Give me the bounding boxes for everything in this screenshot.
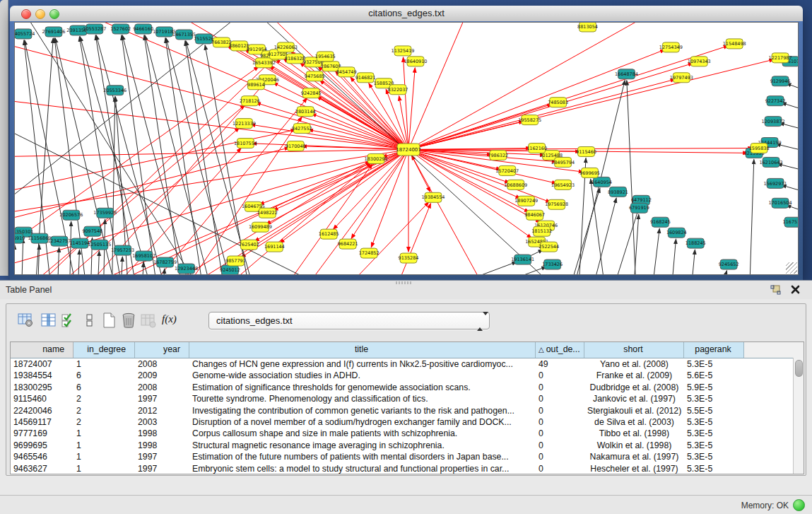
column-header-short[interactable]: short bbox=[584, 342, 684, 358]
graph-node[interactable]: 1145194 bbox=[69, 238, 90, 248]
graph-node[interactable]: 989614 bbox=[247, 80, 265, 90]
graph-node[interactable]: 12213339 bbox=[233, 119, 256, 129]
close-panel-icon[interactable] bbox=[790, 284, 801, 295]
graph-node[interactable]: 9846067 bbox=[524, 210, 545, 220]
graph-node[interactable]: 9146821 bbox=[355, 73, 376, 83]
graph-node[interactable]: 9245012 bbox=[220, 265, 240, 274]
panel-resize-handle[interactable] bbox=[396, 281, 411, 284]
graph-node[interactable]: 1595838 bbox=[749, 144, 770, 153]
table-row[interactable]: 946362711997Embryonic stem cells: a mode… bbox=[11, 463, 804, 474]
scrollbar-thumb[interactable] bbox=[795, 360, 803, 377]
graph-node[interactable]: 8322037 bbox=[388, 85, 408, 95]
graph-node[interactable]: 8454749 bbox=[336, 67, 357, 77]
table-vertical-scrollbar[interactable] bbox=[793, 358, 804, 474]
graph-node[interactable]: 9684221 bbox=[338, 239, 358, 249]
graph-node[interactable]: 27691406 bbox=[42, 27, 65, 37]
graph-node[interactable]: 1609824 bbox=[666, 228, 687, 238]
network-canvas[interactable]: 1405572427691406239135681055328715276029… bbox=[14, 22, 799, 275]
graph-node[interactable]: 16648784 bbox=[615, 69, 638, 79]
table-select-dropdown[interactable]: citations_edges.txt bbox=[208, 312, 490, 329]
delete-table-button[interactable] bbox=[119, 311, 138, 329]
graph-node[interactable]: 2718126 bbox=[240, 96, 260, 106]
create-table-button[interactable] bbox=[100, 311, 118, 329]
table-row[interactable]: 2242004622012Investigating the contribut… bbox=[11, 405, 804, 416]
graph-node[interactable]: 2803144 bbox=[295, 107, 316, 117]
graph-node[interactable]: 9129946 bbox=[770, 76, 791, 86]
graph-node[interactable]: 19797493 bbox=[670, 73, 693, 83]
graph-node[interactable]: 19756928 bbox=[545, 199, 568, 209]
column-header-year[interactable]: year bbox=[135, 342, 189, 358]
column-header-in-degree[interactable]: in_degree bbox=[73, 342, 135, 358]
show-columns-button[interactable] bbox=[40, 311, 58, 329]
table-row[interactable]: 1872400712008Changes of HCN gene express… bbox=[11, 358, 804, 370]
graph-node[interactable]: 10688609 bbox=[504, 180, 527, 189]
graph-node[interactable]: 9475685 bbox=[305, 71, 325, 81]
graph-node[interactable]: 6791919 bbox=[629, 203, 649, 213]
graph-node[interactable]: 14671355 bbox=[172, 30, 196, 40]
graph-node[interactable]: 1612485 bbox=[319, 229, 339, 239]
import-table-button-disabled[interactable] bbox=[139, 311, 158, 329]
graph-node[interactable]: 15692971 bbox=[764, 178, 787, 188]
graph-node[interactable]: 1733426 bbox=[542, 259, 563, 269]
graph-node[interactable]: 2522544 bbox=[539, 242, 559, 252]
graph-node[interactable]: 10974343 bbox=[688, 57, 711, 66]
graph-node[interactable]: 12093872 bbox=[762, 117, 785, 127]
graph-node[interactable]: 12505135 bbox=[88, 240, 111, 250]
graph-node[interactable]: 7986322 bbox=[488, 150, 508, 160]
graph-node[interactable]: 9227342 bbox=[765, 96, 786, 106]
graph-node[interactable]: 9115460 bbox=[576, 147, 596, 157]
select-all-rows-button[interactable] bbox=[60, 311, 78, 329]
graph-node[interactable]: 17957253 bbox=[111, 245, 134, 255]
graph-node[interactable]: 1498222 bbox=[257, 208, 278, 218]
network-canvas-svg[interactable]: 1405572427691406239135681055328715276029… bbox=[15, 23, 798, 274]
graph-node[interactable]: 12217987 bbox=[769, 53, 792, 63]
graph-node[interactable]: 1188245 bbox=[686, 238, 706, 248]
graph-node[interactable]: 9097548 bbox=[82, 226, 102, 236]
graph-node[interactable]: 20553346 bbox=[103, 86, 126, 95]
table-row[interactable]: 911546021997Tourette syndrome. Phenomeno… bbox=[11, 393, 804, 404]
table-row[interactable]: 946554611997Estimation of the future num… bbox=[11, 451, 804, 462]
graph-node[interactable]: 18907249 bbox=[514, 196, 538, 206]
graph-node[interactable]: 19558275 bbox=[518, 115, 541, 125]
graph-node[interactable]: 19136141 bbox=[511, 255, 534, 264]
graph-node[interactable]: 7625402 bbox=[239, 240, 259, 250]
table-row[interactable]: 969969511998Structural magnetic resonanc… bbox=[11, 440, 804, 451]
canvas-resize-grip[interactable] bbox=[786, 262, 797, 274]
function-builder-button[interactable]: f(x) bbox=[160, 311, 184, 329]
graph-node[interactable]: 1162160 bbox=[526, 144, 547, 153]
graph-node[interactable]: 8186328 bbox=[285, 54, 305, 64]
column-header-title[interactable]: title bbox=[189, 342, 536, 358]
graph-node[interactable]: 9245652 bbox=[719, 259, 739, 269]
graph-node[interactable]: 9466160 bbox=[133, 24, 153, 34]
graph-node[interactable]: 10553287 bbox=[83, 24, 106, 34]
graph-node[interactable]: 14055724 bbox=[15, 29, 35, 39]
graph-node[interactable]: 12923448 bbox=[175, 264, 198, 274]
memory-indicator[interactable]: Memory: OK bbox=[741, 499, 805, 511]
clear-selection-button[interactable] bbox=[81, 311, 99, 329]
graph-node[interactable]: 18724007 bbox=[396, 144, 421, 156]
graph-node[interactable]: 1724852 bbox=[359, 248, 379, 258]
table-row[interactable]: 1456911722003Disruption of a novel membe… bbox=[11, 416, 804, 428]
graph-node[interactable]: 20206576 bbox=[59, 210, 83, 220]
graph-node[interactable]: 14226063 bbox=[274, 42, 298, 52]
graph-node[interactable]: 16782759 bbox=[153, 257, 177, 267]
graph-node[interactable]: 8427552 bbox=[292, 124, 312, 134]
graph-node[interactable]: 7485083 bbox=[548, 98, 568, 107]
graph-node[interactable]: 3915919 bbox=[15, 233, 25, 243]
graph-node[interactable]: 9242845 bbox=[301, 88, 322, 98]
graph-node[interactable]: 9857791 bbox=[225, 256, 246, 266]
graph-node[interactable]: 1167533 bbox=[783, 217, 798, 227]
graph-node[interactable]: 8813054 bbox=[577, 23, 598, 32]
graph-node[interactable]: 18300295 bbox=[365, 153, 388, 163]
graph-node[interactable]: 19654923 bbox=[551, 180, 575, 189]
graph-node[interactable]: 9168245 bbox=[650, 217, 671, 227]
table-settings-button[interactable] bbox=[16, 311, 35, 329]
table-row[interactable]: 977716911998Corpus callosum shape and si… bbox=[11, 428, 804, 439]
column-header-pagerank[interactable]: pagerank bbox=[684, 342, 744, 358]
table-row[interactable]: 1938455462009Genome-wide association stu… bbox=[11, 370, 804, 381]
graph-node[interactable]: 1640954 bbox=[592, 177, 612, 187]
window-titlebar[interactable]: citations_edges.txt bbox=[10, 6, 803, 22]
graph-node[interactable]: 1815132 bbox=[531, 226, 552, 236]
graph-node[interactable]: 18495794 bbox=[551, 157, 575, 167]
graph-node[interactable]: 17016504 bbox=[769, 198, 792, 208]
